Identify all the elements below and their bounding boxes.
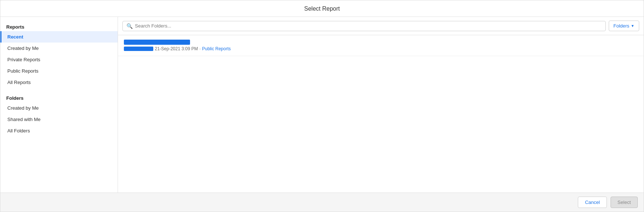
- report-meta-date: 21-Sep-2021 3:09 PM: [155, 46, 198, 51]
- folders-section-title: Folders: [0, 92, 118, 102]
- table-row[interactable]: 21-Sep-2021 3:09 PM · Public Reports: [118, 35, 644, 56]
- report-meta-separator: ·: [199, 46, 200, 51]
- sidebar-item-shared-with-me[interactable]: Shared with Me: [0, 114, 118, 125]
- sidebar-item-recent[interactable]: Recent: [0, 31, 118, 43]
- report-list: 21-Sep-2021 3:09 PM · Public Reports: [118, 35, 644, 193]
- sidebar-item-recent-label: Recent: [7, 34, 23, 40]
- select-button-label: Select: [618, 200, 631, 205]
- dialog-footer: Cancel Select: [0, 193, 644, 212]
- sidebar-item-private-reports-label: Private Reports: [7, 57, 40, 62]
- sidebar-item-public-reports[interactable]: Public Reports: [0, 65, 118, 77]
- sidebar-item-private-reports[interactable]: Private Reports: [0, 54, 118, 65]
- main-content: 🔍 Folders ▼ 21-Sep-2021 3:09 PM · Pub: [118, 17, 644, 193]
- search-input[interactable]: [135, 23, 602, 29]
- reports-section-title: Reports: [0, 21, 118, 31]
- search-icon: 🔍: [126, 23, 133, 29]
- sidebar-item-shared-with-me-label: Shared with Me: [7, 117, 40, 122]
- sidebar-item-created-by-me[interactable]: Created by Me: [0, 43, 118, 54]
- report-meta: 21-Sep-2021 3:09 PM · Public Reports: [124, 46, 638, 51]
- sidebar-divider: [0, 88, 118, 92]
- folders-button-label: Folders: [613, 23, 629, 29]
- sidebar-item-all-reports[interactable]: All Reports: [0, 77, 118, 88]
- dialog-title-text: Select Report: [304, 6, 340, 12]
- cancel-button-label: Cancel: [585, 200, 600, 205]
- sidebar-item-folders-created-by-me[interactable]: Created by Me: [0, 102, 118, 114]
- report-meta-name-redacted: [124, 47, 153, 51]
- sidebar-item-folders-created-by-me-label: Created by Me: [7, 105, 39, 111]
- report-name-redacted: [124, 40, 190, 45]
- search-input-wrapper[interactable]: 🔍: [122, 21, 606, 31]
- sidebar-item-all-folders[interactable]: All Folders: [0, 125, 118, 136]
- sidebar: Reports Recent Created by Me Private Rep…: [0, 17, 118, 193]
- sidebar-item-all-reports-label: All Reports: [7, 80, 31, 85]
- dialog-body: Reports Recent Created by Me Private Rep…: [0, 17, 644, 193]
- sidebar-item-created-by-me-label: Created by Me: [7, 45, 39, 51]
- search-bar: 🔍 Folders ▼: [118, 17, 644, 35]
- chevron-down-icon: ▼: [631, 24, 634, 28]
- cancel-button[interactable]: Cancel: [578, 197, 607, 208]
- report-meta-folder[interactable]: Public Reports: [202, 46, 231, 51]
- select-report-dialog: Select Report Reports Recent Created by …: [0, 0, 644, 212]
- sidebar-item-all-folders-label: All Folders: [7, 128, 30, 134]
- dialog-title: Select Report: [0, 0, 644, 17]
- folders-dropdown-button[interactable]: Folders ▼: [609, 21, 639, 31]
- sidebar-item-public-reports-label: Public Reports: [7, 68, 39, 74]
- select-button[interactable]: Select: [611, 197, 638, 208]
